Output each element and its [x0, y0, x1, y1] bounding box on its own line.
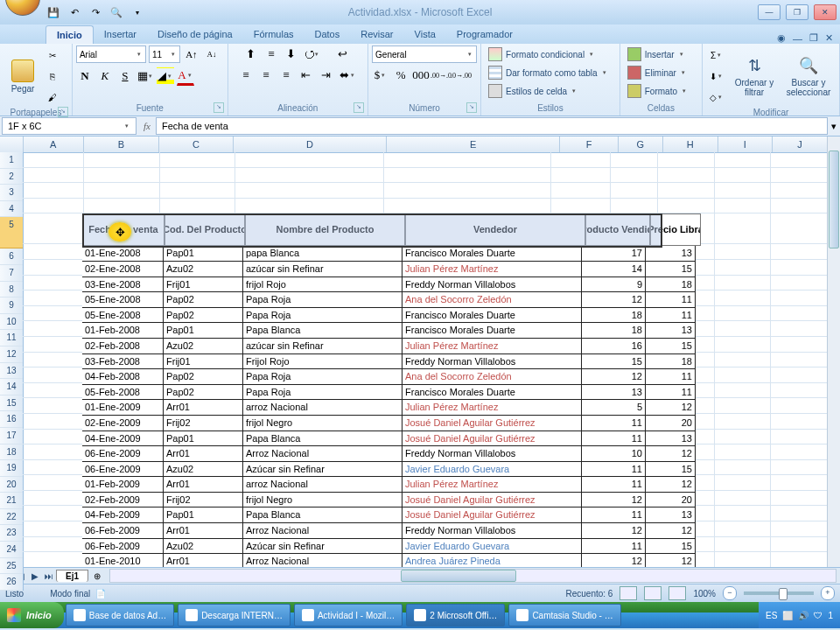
cell[interactable]	[611, 152, 658, 168]
cell[interactable]	[771, 430, 828, 445]
table-cell[interactable]: Azúcar sin Refinar	[243, 462, 402, 478]
taskbar-item[interactable]: 2 Microsoft Offi…	[406, 604, 505, 626]
cell[interactable]	[23, 460, 84, 476]
cell[interactable]	[160, 183, 234, 199]
close-button[interactable]: ✕	[814, 4, 836, 20]
cell[interactable]	[23, 290, 84, 306]
table-cell[interactable]: frijol Negro	[243, 416, 402, 431]
sheet-tab[interactable]: Ej1	[56, 570, 88, 582]
cell[interactable]	[658, 199, 715, 214]
row-header[interactable]: 10	[0, 314, 23, 331]
table-header[interactable]: Fecha de venta	[82, 214, 164, 246]
row-header[interactable]: 4	[0, 201, 23, 218]
clipboard-dialog-icon[interactable]: ↘	[58, 107, 68, 117]
row-header[interactable]: 8	[0, 282, 23, 298]
table-cell[interactable]: 04-Feb-2009	[82, 508, 164, 523]
cell[interactable]	[771, 337, 828, 353]
save-icon[interactable]: 💾	[44, 3, 63, 22]
table-cell[interactable]: 5	[582, 400, 646, 416]
column-header[interactable]: B	[84, 136, 160, 152]
cell[interactable]	[715, 491, 772, 507]
cell[interactable]	[384, 168, 551, 184]
cell[interactable]	[715, 168, 772, 184]
table-cell[interactable]: 11	[582, 508, 646, 523]
column-header[interactable]: C	[159, 136, 234, 152]
cell[interactable]	[715, 214, 772, 244]
start-button[interactable]: Inicio	[0, 602, 64, 628]
cell[interactable]	[771, 260, 828, 276]
table-cell[interactable]: 18	[646, 277, 696, 293]
row-header[interactable]: 25	[0, 558, 23, 575]
table-cell[interactable]: Javier Eduardo Guevara	[402, 539, 582, 555]
cell[interactable]	[715, 276, 772, 291]
row-header[interactable]: 21	[0, 493, 23, 509]
name-box[interactable]: 1F x 6C▾	[2, 117, 136, 135]
table-cell[interactable]: 01-Ene-2008	[82, 246, 164, 262]
cell[interactable]	[23, 491, 84, 507]
cell[interactable]	[771, 475, 828, 491]
table-cell[interactable]: Pap02	[164, 369, 243, 385]
bold-button[interactable]: N	[76, 67, 94, 85]
cell[interactable]	[715, 506, 772, 522]
cell[interactable]	[384, 152, 551, 168]
zoom-out-icon[interactable]: −	[723, 586, 737, 600]
cell[interactable]	[715, 460, 772, 476]
cell[interactable]	[235, 183, 384, 199]
table-cell[interactable]: 15	[646, 262, 696, 277]
cell[interactable]	[715, 260, 772, 276]
table-cell[interactable]: Frij01	[164, 277, 243, 293]
table-cell[interactable]: 12	[646, 446, 696, 462]
align-right-icon[interactable]: ≡	[277, 66, 295, 84]
table-cell[interactable]: Arr01	[164, 446, 243, 462]
table-cell[interactable]: 02-Ene-2009	[82, 416, 164, 431]
cell[interactable]	[715, 199, 772, 214]
tray-icon[interactable]: ⬜	[782, 611, 793, 620]
qat-dropdown-icon[interactable]: ▾	[128, 3, 147, 22]
cell[interactable]	[658, 183, 715, 199]
cell[interactable]	[715, 337, 772, 353]
table-cell[interactable]: 15	[646, 339, 696, 354]
table-cell[interactable]: Francisco Morales Duarte	[402, 308, 582, 324]
ribbon-tab-vista[interactable]: Vista	[404, 25, 446, 44]
column-header[interactable]: E	[387, 136, 560, 152]
table-cell[interactable]: 13	[646, 246, 696, 262]
ribbon-tab-revisar[interactable]: Revisar	[350, 25, 403, 44]
cell[interactable]	[23, 552, 84, 567]
ribbon-tab-diseño-de-página[interactable]: Diseño de página	[147, 25, 243, 44]
cell[interactable]	[23, 214, 84, 244]
format-as-table-button[interactable]: Dar formato como tabla▾	[485, 64, 612, 81]
table-cell[interactable]: 18	[646, 354, 696, 370]
cell[interactable]	[771, 183, 828, 199]
row-header[interactable]: 22	[0, 509, 23, 526]
table-cell[interactable]: 06-Ene-2009	[82, 446, 164, 462]
table-cell[interactable]: arroz Nacional	[243, 477, 402, 493]
tab-nav-next-icon[interactable]: ▶	[28, 571, 42, 581]
autosum-icon[interactable]: Σ▾	[706, 46, 727, 65]
table-cell[interactable]: 11	[646, 385, 696, 401]
table-cell[interactable]: Francisco Morales Duarte	[402, 246, 582, 262]
table-header[interactable]: Cod. Del Producto	[164, 214, 245, 246]
cell[interactable]	[23, 383, 84, 399]
table-cell[interactable]: 05-Ene-2008	[82, 292, 164, 308]
ribbon-tab-insertar[interactable]: Insertar	[94, 25, 147, 44]
table-cell[interactable]: 17	[582, 246, 646, 262]
cell[interactable]	[384, 199, 551, 214]
number-format-select[interactable]: General▾	[372, 46, 477, 63]
delete-cells-button[interactable]: Eliminar▾	[624, 64, 690, 81]
cell[interactable]	[715, 444, 772, 460]
cell[interactable]	[771, 276, 828, 291]
cell[interactable]	[715, 383, 772, 399]
expand-formula-icon[interactable]: ▾	[828, 121, 840, 132]
table-cell[interactable]: Azu02	[164, 539, 243, 555]
cell[interactable]	[771, 491, 828, 507]
insert-cells-button[interactable]: Insertar▾	[624, 46, 689, 63]
table-cell[interactable]: Arr01	[164, 477, 243, 493]
merge-center-icon[interactable]: ⬌▾	[338, 66, 359, 84]
table-cell[interactable]: 11	[582, 539, 646, 555]
clear-icon[interactable]: ◇▾	[706, 88, 727, 107]
cell[interactable]	[771, 168, 828, 184]
ribbon-tab-fórmulas[interactable]: Fórmulas	[243, 25, 304, 44]
cell[interactable]	[23, 522, 84, 537]
table-header[interactable]: Producto Vendido	[585, 214, 650, 246]
table-cell[interactable]: 05-Feb-2008	[82, 385, 164, 401]
